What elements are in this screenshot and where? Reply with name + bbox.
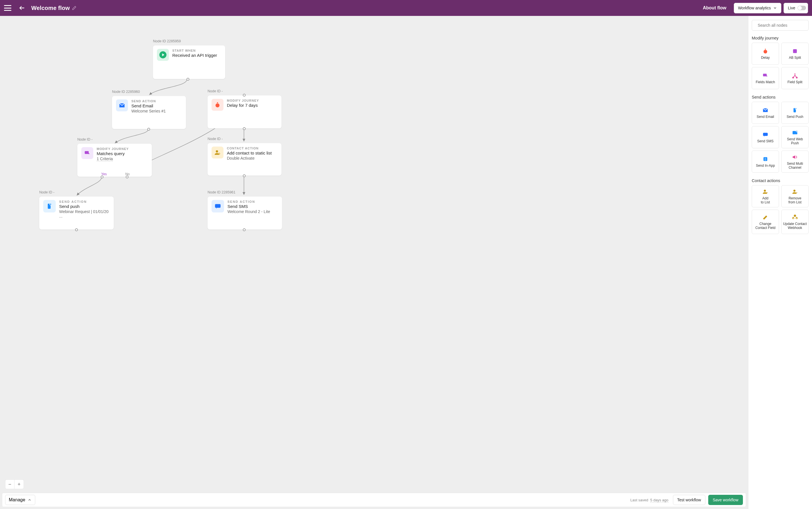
svg-point-25 [764,190,766,192]
topbar: Welcome flow About flow Workflow analyti… [0,0,812,16]
palette-label: Update ContactWebhook [783,222,807,230]
svg-point-27 [794,215,796,216]
email-icon [762,107,769,114]
add-contact-icon [212,146,223,159]
node-title: Received an API trigger [172,53,217,58]
node-title: Send SMS [227,204,270,209]
page-title: Welcome flow [31,5,70,11]
sms-icon [762,131,769,138]
node-title: Send push [59,204,110,209]
connector-dot[interactable] [243,174,246,177]
node-id: Node ID - [77,137,93,141]
zoom-in-button[interactable]: + [14,480,24,489]
node-send-sms[interactable]: Node ID 2285961 SEND ACTION Send SMS Wel… [208,197,282,230]
palette-label: Send Push [787,115,804,119]
svg-point-17 [797,77,798,78]
palette-label: Send SMS [757,139,773,143]
svg-point-5 [216,150,218,152]
back-arrow-icon[interactable] [19,5,25,11]
push-icon [791,107,798,114]
inapp-icon: {} [762,156,769,163]
panel-head-modify: Modify journey [752,36,809,40]
node-subtitle: Webinar Request | 01/01/20 ... [59,209,110,218]
connector-dot[interactable] [243,94,246,97]
zoom-out-button[interactable]: − [5,480,14,489]
save-workflow-button[interactable]: Save workflow [708,495,743,505]
palette-label: Fields Match [756,80,775,84]
node-delay[interactable]: Node ID - MODIFY JOURNEY Delay for 7 day… [208,96,281,128]
palette-label: Field Split [787,80,803,84]
menu-icon[interactable] [4,5,11,11]
add-contact-icon [762,188,769,195]
palette-fieldsplit[interactable]: Field Split [781,67,809,89]
palette-send-webpush[interactable]: Send Web Push [781,126,809,148]
panel-head-send: Send actions [752,95,809,99]
palette-fieldsmatch[interactable]: Fields Match [752,67,779,89]
title-wrap: Welcome flow [31,5,76,11]
stopwatch-icon [762,48,769,55]
palette-absplit[interactable]: AB Split [781,43,809,65]
palette-send-inapp[interactable]: {} Send In-App [752,150,779,173]
manage-button[interactable]: Manage [5,495,35,505]
node-title: Matches query [97,151,129,156]
search-input[interactable] [758,23,807,28]
node-title: Delay for 7 days [227,103,259,108]
remove-contact-icon [791,188,798,195]
workflow-canvas[interactable]: Node ID 2285959 START WHEN Received an A… [0,16,748,509]
svg-rect-13 [765,49,766,50]
connector-dot[interactable] [147,128,150,131]
palette-send-multichannel[interactable]: Send MultiChannel [781,150,809,173]
node-start[interactable]: Node ID 2285959 START WHEN Received an A… [153,45,225,79]
node-subtitle: Double Activate [227,156,272,161]
toggle-off-icon [798,6,806,10]
palette-send-sms[interactable]: Send SMS [752,126,779,148]
about-flow-link[interactable]: About flow [703,5,726,10]
live-toggle-button[interactable]: Live [784,3,808,13]
palette-delay[interactable]: Delay [752,43,779,65]
connector-dot[interactable] [243,127,246,130]
connector-dot[interactable] [75,228,78,231]
absplit-icon [791,48,798,55]
last-saved: Last saved 5 days ago [630,498,668,502]
node-cat: START WHEN [172,49,217,52]
node-subtitle: Welcome Round 2 - Lite [227,209,270,214]
svg-point-12 [764,50,768,54]
palette-remove-from-list[interactable]: Removefrom List [781,185,809,207]
palette-send-push[interactable]: Send Push [781,102,809,124]
palette-change-field[interactable]: ChangeContact Field [752,210,779,234]
last-saved-label: Last saved [630,498,648,502]
node-add-to-list[interactable]: Node ID - CONTACT ACTION Add contact to … [208,143,281,175]
chevron-up-icon [28,498,32,502]
chevron-down-icon [773,6,777,10]
connector-dot[interactable] [243,228,246,231]
node-cat: SEND ACTION [227,200,270,203]
node-palette: Modify journey Delay AB Split Fields Mat… [748,16,812,509]
stopwatch-icon [212,99,223,111]
fields-match-icon [762,72,769,79]
connector-dot[interactable] [101,175,103,178]
node-id: Node ID - [208,137,223,141]
search-input-wrap[interactable] [752,20,809,31]
fields-match-icon [81,147,93,159]
manage-label: Manage [9,497,25,503]
connector-dot[interactable] [187,78,189,81]
node-matches-query[interactable]: Node ID - MODIFY JOURNEY Matches query 1… [77,144,152,177]
node-send-push[interactable]: Node ID - SEND ACTION Send push Webinar … [39,197,114,230]
edit-title-icon[interactable] [72,6,76,10]
palette-add-to-list[interactable]: Addto List [752,185,779,207]
node-cat: MODIFY JOURNEY [227,99,259,102]
test-workflow-button[interactable]: Test workflow [673,495,706,505]
palette-webhook[interactable]: Update ContactWebhook [781,210,809,234]
palette-send-email[interactable]: Send Email [752,102,779,124]
push-icon [43,200,56,212]
workflow-analytics-button[interactable]: Workflow analytics [734,3,782,13]
connector-dot[interactable] [126,175,128,178]
svg-point-8 [50,203,52,205]
node-id: Node ID 2285961 [208,190,236,194]
last-saved-ago: 5 days ago [650,498,668,503]
svg-rect-3 [217,102,218,103]
node-subtitle: Welcome Series #1 [131,109,166,113]
node-send-email[interactable]: Node ID 2285960 SEND ACTION Send Email W… [112,96,186,129]
webhook-icon [791,214,798,221]
svg-point-2 [216,103,219,107]
